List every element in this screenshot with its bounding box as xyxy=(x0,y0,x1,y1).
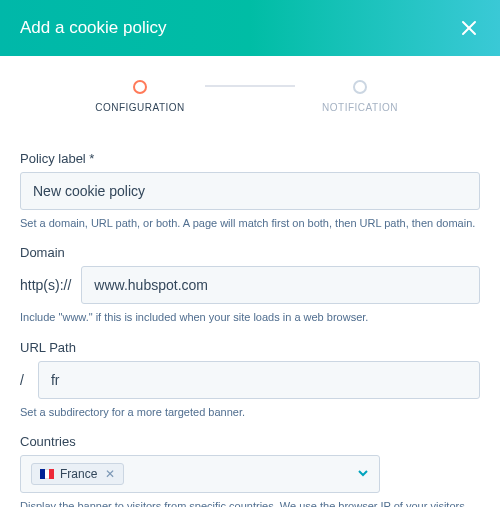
urlpath-group: / xyxy=(20,361,480,399)
urlpath-input[interactable] xyxy=(38,361,480,399)
domain-group: http(s):// xyxy=(20,266,480,304)
close-icon xyxy=(461,20,477,36)
policy-label-helper: Set a domain, URL path, or both. A page … xyxy=(20,216,480,231)
countries-select[interactable]: France ✕ xyxy=(20,455,380,493)
form-content: Policy label * Set a domain, URL path, o… xyxy=(0,121,500,507)
step-notification[interactable]: NOTIFICATION xyxy=(295,80,425,113)
countries-helper: Display the banner to visitors from spec… xyxy=(20,499,480,507)
domain-input[interactable] xyxy=(81,266,480,304)
dialog-header: Add a cookie policy xyxy=(0,0,500,56)
country-chip-label: France xyxy=(60,467,97,481)
france-flag-icon xyxy=(40,469,54,479)
chevron-down-icon xyxy=(357,465,369,483)
urlpath-label: URL Path xyxy=(20,340,480,355)
policy-label-input[interactable] xyxy=(20,172,480,210)
urlpath-helper: Set a subdirectory for a more targeted b… xyxy=(20,405,480,420)
step-label: NOTIFICATION xyxy=(322,102,398,113)
dialog-title: Add a cookie policy xyxy=(20,18,166,38)
domain-helper: Include "www." if this is included when … xyxy=(20,310,480,325)
step-label: CONFIGURATION xyxy=(95,102,185,113)
stepper: CONFIGURATION NOTIFICATION xyxy=(0,56,500,121)
step-circle-active xyxy=(133,80,147,94)
step-circle xyxy=(353,80,367,94)
domain-label: Domain xyxy=(20,245,480,260)
urlpath-prefix: / xyxy=(20,372,38,388)
policy-label-label: Policy label * xyxy=(20,151,480,166)
step-connector xyxy=(205,85,295,87)
countries-label: Countries xyxy=(20,434,480,449)
chip-remove-button[interactable]: ✕ xyxy=(105,467,115,481)
country-chip: France ✕ xyxy=(31,463,124,485)
step-configuration[interactable]: CONFIGURATION xyxy=(75,80,205,113)
domain-prefix: http(s):// xyxy=(20,277,81,293)
close-button[interactable] xyxy=(458,17,480,39)
